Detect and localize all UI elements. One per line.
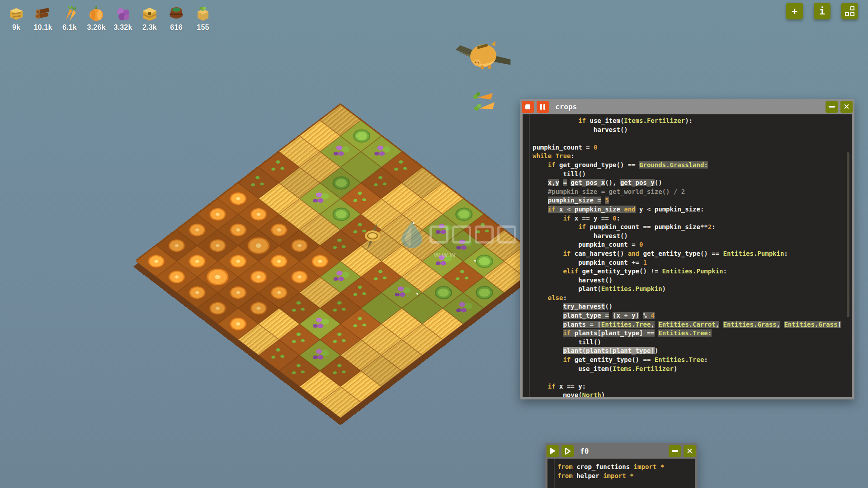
f0-titlebar[interactable]: f0 ✕ — [545, 443, 698, 459]
pause-button[interactable] — [537, 101, 549, 113]
code-line: move(North) — [533, 391, 850, 397]
info-button[interactable]: i — [814, 3, 830, 19]
code-line: till() — [533, 170, 850, 179]
code-line: harvest() — [533, 126, 850, 135]
minimize-icon — [829, 106, 835, 108]
stop-icon — [525, 104, 530, 109]
resource-berry: 3.32k — [112, 4, 134, 32]
barrel-icon — [167, 4, 185, 23]
step-button[interactable] — [561, 445, 574, 457]
code-line: pumpkin_count += 1 — [533, 258, 850, 267]
resource-count: 3.32k — [113, 23, 132, 32]
farm-grid — [136, 103, 545, 416]
code-line — [533, 134, 850, 143]
scrollbar-thumb[interactable] — [847, 152, 849, 317]
drone-icon — [456, 36, 511, 81]
window-title: crops — [555, 103, 577, 111]
watermark-glyphs — [429, 225, 516, 244]
code-line: if x < pumpkin_size and y < pumpkin_size… — [533, 205, 850, 214]
hay-icon — [7, 4, 25, 23]
code-line: elif get_entity_type() != Entities.Pumpk… — [533, 267, 850, 276]
resource-count: 616 — [170, 23, 182, 32]
code-line: pumpkin_size = 5 — [533, 196, 850, 205]
play-outline-icon — [565, 448, 571, 455]
code-line: if get_ground_type() == Grounds.Grasslan… — [533, 161, 850, 170]
code-line: if use_item(Items.Fertilizer): — [533, 117, 850, 126]
pause-icon — [540, 104, 545, 110]
stop-button[interactable] — [522, 101, 534, 113]
resource-count: 9k — [12, 23, 20, 32]
code-line: else: — [533, 294, 850, 303]
code-window-crops: crops ✕ if use_item(Items.Fertilizer): h… — [520, 99, 854, 399]
code-line: pumpkin_count = 0 — [533, 240, 850, 249]
code-line: plant(plants[plant_type]) — [533, 347, 850, 356]
minimize-button[interactable] — [826, 101, 838, 113]
window-title: f0 — [580, 447, 589, 455]
code-line: if plants[plant_type] == Entities.Tree: — [533, 329, 850, 338]
close-icon: ✕ — [843, 103, 849, 111]
crops-titlebar[interactable]: crops ✕ — [520, 99, 854, 114]
watermark: www — [399, 221, 521, 258]
resource-count: 2.3k — [142, 23, 157, 32]
resource-hay: 9k — [5, 4, 27, 32]
code-line: if pumpkin_count == pumpkin_size**2: — [533, 223, 850, 232]
code-line: plant(Entities.Pumpkin) — [533, 285, 850, 294]
minimize-button[interactable] — [669, 445, 681, 457]
fertilizer-icon — [194, 4, 212, 23]
close-button[interactable]: ✕ — [684, 445, 696, 457]
chest-icon — [141, 4, 159, 23]
resource-wood: 10.1k — [32, 4, 54, 32]
crops-frame: if use_item(Items.Fertilizer): harvest()… — [520, 114, 854, 399]
close-button[interactable]: ✕ — [840, 101, 853, 113]
code-line: use_item(Items.Fertilizer) — [533, 365, 850, 374]
run-button[interactable] — [547, 445, 559, 457]
code-line: from helper import * — [557, 472, 693, 481]
particle-dot — [474, 260, 476, 262]
minimize-icon — [672, 450, 678, 452]
f0-frame: from crop_functions import *from helper … — [545, 459, 698, 488]
code-line: try_harvest() — [533, 302, 850, 311]
resource-pumpkin: 3.26k — [85, 4, 107, 32]
code-line: if x == y: — [533, 382, 850, 391]
f0-code-editor[interactable]: from crop_functions import *from helper … — [547, 459, 695, 488]
particle-dot — [416, 293, 418, 295]
code-line: if can_harvest() and get_entity_type() =… — [533, 249, 850, 258]
windows-layout-button[interactable] — [841, 3, 858, 19]
watermark-drop-icon — [399, 221, 425, 249]
resource-barrel: 616 — [165, 4, 187, 32]
farm-view[interactable] — [139, 104, 542, 416]
hud-buttons: + i — [786, 3, 858, 19]
resource-carrot: 6.1k — [59, 4, 80, 32]
code-line: x,y = get_pos_x(), get_pos_y() — [533, 178, 850, 188]
code-line: harvest() — [533, 276, 850, 285]
code-line: while True: — [533, 152, 850, 161]
code-window-f0: f0 ✕ from crop_functions import *from he… — [545, 443, 698, 488]
pumpkin-icon — [87, 4, 105, 23]
code-line: from crop_functions import * — [557, 463, 693, 472]
watermark-url: www — [434, 250, 521, 259]
carrot-icon — [61, 4, 79, 23]
code-line: plants = [Entities.Tree, Entities.Carrot… — [533, 320, 850, 329]
code-line: plant_type = (x + y) % 4 — [533, 311, 850, 320]
code-line: if x == y == 0: — [533, 214, 850, 223]
resource-gold-chest: 2.3k — [139, 4, 160, 32]
code-line: #pumpkin_size = get_world_size() / 2 — [533, 188, 850, 197]
resource-bar: 9k 10.1k 6.1k 3.26k — [5, 4, 214, 32]
code-line: pumpkin_count = 0 — [533, 143, 850, 152]
resource-count: 6.1k — [62, 23, 77, 32]
resource-count: 155 — [197, 23, 209, 32]
farmer-hat-icon — [356, 221, 389, 252]
falling-carrots-icon — [469, 89, 501, 114]
windows-icon — [845, 6, 855, 16]
resource-count: 10.1k — [33, 23, 52, 32]
code-line: till() — [533, 338, 850, 347]
wood-icon — [34, 4, 52, 23]
add-window-button[interactable]: + — [786, 3, 803, 19]
resource-count: 3.26k — [87, 23, 105, 32]
close-icon: ✕ — [686, 447, 693, 455]
code-line: harvest() — [533, 232, 850, 241]
code-line: if get_entity_type() == Entities.Tree: — [533, 356, 850, 365]
play-icon — [550, 447, 556, 455]
crops-code-editor[interactable]: if use_item(Items.Fertilizer): harvest()… — [523, 114, 852, 397]
resource-fertilizer: 155 — [192, 4, 214, 32]
